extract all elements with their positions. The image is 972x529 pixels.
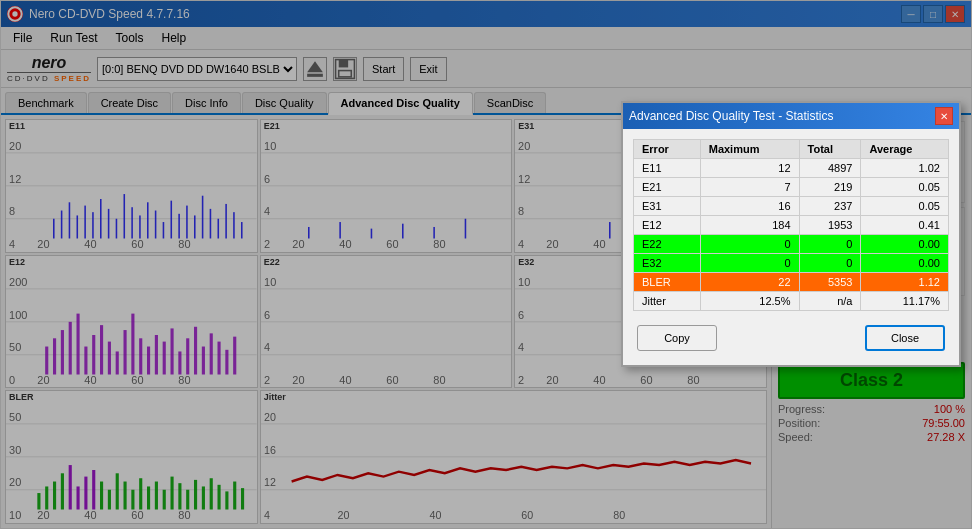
stats-title-bar: Advanced Disc Quality Test - Statistics … <box>623 103 959 129</box>
stats-row: E32000.00 <box>634 254 949 273</box>
stats-cell-total: 1953 <box>799 216 861 235</box>
stats-cell-maximum: 0 <box>700 235 799 254</box>
statistics-window: Advanced Disc Quality Test - Statistics … <box>621 101 961 367</box>
stats-cell-error: E32 <box>634 254 701 273</box>
stats-row: E111248971.02 <box>634 159 949 178</box>
stats-cell-error: Jitter <box>634 292 701 311</box>
stats-cell-error: E22 <box>634 235 701 254</box>
stats-cell-error: E21 <box>634 178 701 197</box>
stats-cell-maximum: 184 <box>700 216 799 235</box>
stats-cell-total: 219 <box>799 178 861 197</box>
stats-cell-error: BLER <box>634 273 701 292</box>
main-window: Nero CD-DVD Speed 4.7.7.16 ─ □ ✕ File Ru… <box>0 0 972 529</box>
stats-cell-error: E31 <box>634 197 701 216</box>
stats-row: E31162370.05 <box>634 197 949 216</box>
stats-cell-average: 1.12 <box>861 273 949 292</box>
copy-button[interactable]: Copy <box>637 325 717 351</box>
statistics-table: Error Maximum Total Average E111248971.0… <box>633 139 949 311</box>
stats-row: E1218419530.41 <box>634 216 949 235</box>
stats-close-button[interactable]: Close <box>865 325 945 351</box>
modal-overlay: Advanced Disc Quality Test - Statistics … <box>1 1 971 528</box>
stats-cell-maximum: 12 <box>700 159 799 178</box>
stats-cell-error: E11 <box>634 159 701 178</box>
stats-cell-total: 237 <box>799 197 861 216</box>
stats-row: BLER2253531.12 <box>634 273 949 292</box>
stats-cell-average: 0.05 <box>861 178 949 197</box>
stats-cell-total: n/a <box>799 292 861 311</box>
stats-title: Advanced Disc Quality Test - Statistics <box>629 109 834 123</box>
stats-content: Error Maximum Total Average E111248971.0… <box>623 129 959 365</box>
stats-row: Jitter12.5%n/a11.17% <box>634 292 949 311</box>
stats-cell-maximum: 22 <box>700 273 799 292</box>
stats-row: E22000.00 <box>634 235 949 254</box>
stats-cell-average: 11.17% <box>861 292 949 311</box>
stats-cell-total: 0 <box>799 254 861 273</box>
col-average: Average <box>861 140 949 159</box>
stats-buttons: Copy Close <box>633 321 949 355</box>
col-total: Total <box>799 140 861 159</box>
stats-cell-maximum: 0 <box>700 254 799 273</box>
stats-cell-total: 0 <box>799 235 861 254</box>
stats-row: E2172190.05 <box>634 178 949 197</box>
stats-cell-maximum: 7 <box>700 178 799 197</box>
stats-close-x-button[interactable]: ✕ <box>935 107 953 125</box>
stats-cell-average: 0.00 <box>861 235 949 254</box>
stats-cell-average: 0.00 <box>861 254 949 273</box>
stats-cell-average: 0.41 <box>861 216 949 235</box>
stats-cell-maximum: 12.5% <box>700 292 799 311</box>
stats-cell-maximum: 16 <box>700 197 799 216</box>
stats-cell-total: 4897 <box>799 159 861 178</box>
col-maximum: Maximum <box>700 140 799 159</box>
stats-cell-average: 1.02 <box>861 159 949 178</box>
col-error: Error <box>634 140 701 159</box>
stats-cell-total: 5353 <box>799 273 861 292</box>
stats-cell-error: E12 <box>634 216 701 235</box>
stats-cell-average: 0.05 <box>861 197 949 216</box>
